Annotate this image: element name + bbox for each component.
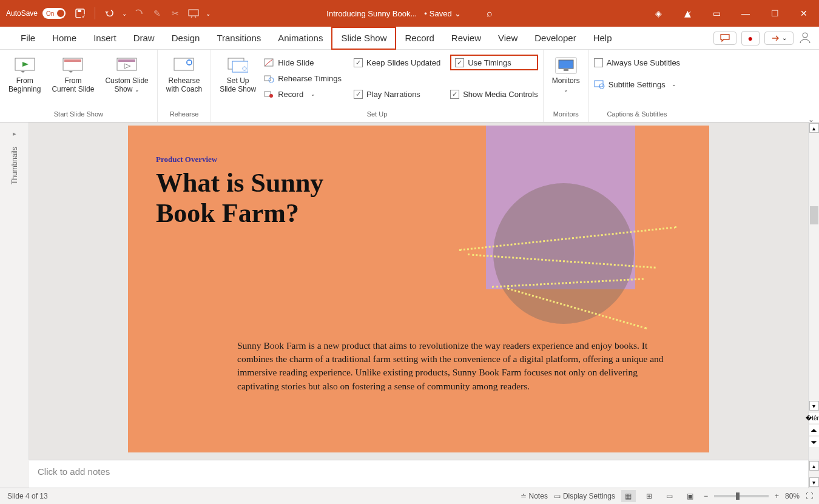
display-settings-button[interactable]: ▭Display Settings [554, 492, 615, 500]
play-narrations-checkbox[interactable]: Play Narrations [354, 86, 440, 102]
svg-rect-14 [232, 61, 248, 72]
title-center: Introducing Sunny Book... •Saved⌄ ⌕ [326, 8, 492, 19]
redo-icon[interactable] [133, 7, 145, 19]
svg-point-2 [81, 14, 86, 19]
record-button[interactable]: Record⌄ [263, 86, 342, 102]
undo-icon[interactable] [104, 7, 116, 19]
slide[interactable]: Product Overview What is Sunny Book Farm… [128, 126, 709, 452]
record-icon [263, 89, 274, 99]
tab-insert[interactable]: Insert [85, 27, 125, 50]
diamond-icon[interactable]: ◈ [649, 4, 667, 22]
hide-slide-icon [263, 57, 274, 68]
notes-pane[interactable]: Click to add notes [29, 460, 808, 488]
monitors-button[interactable]: Monitors⌄ [548, 55, 584, 96]
setup-slideshow-button[interactable]: Set Up Slide Show [216, 55, 260, 96]
display-settings-label: Display Settings [563, 492, 615, 500]
tab-transitions[interactable]: Transitions [208, 27, 269, 50]
notes-scroll-up-icon[interactable]: ▴ [809, 461, 819, 471]
group-captions: Always Use Subtitles Subtitle Settings⌄ … [589, 50, 685, 122]
svg-rect-1 [78, 10, 81, 12]
notes-toggle-button[interactable]: ≐Notes [521, 492, 548, 500]
keep-updated-checkbox[interactable]: Keep Slides Updated [354, 55, 440, 70]
tab-design[interactable]: Design [163, 27, 209, 50]
from-current-button[interactable]: From Current Slide [48, 55, 98, 96]
autosave-group: AutoSave On [6, 8, 66, 19]
use-timings-checkbox[interactable]: Use Timings [450, 55, 538, 70]
record-label: Record [278, 90, 303, 99]
zoom-in-button[interactable]: + [775, 492, 779, 500]
slide-canvas-wrap: Product Overview What is Sunny Book Farm… [29, 123, 808, 460]
notes-scrollbar[interactable]: ▴ ▾ [808, 460, 819, 488]
reading-view-icon[interactable]: ▭ [662, 490, 677, 502]
present-icon[interactable] [187, 7, 200, 19]
scroll-thumb[interactable] [810, 206, 818, 224]
check-icon [594, 58, 603, 67]
sorter-view-icon[interactable]: ⊞ [642, 490, 656, 502]
qat-tool2-icon[interactable]: ✂ [169, 7, 181, 19]
comments-button[interactable] [713, 32, 736, 45]
vertical-scrollbar[interactable]: ▴ ▾ �têm ⏶ ⏷ [808, 123, 819, 460]
play-narrations-label: Play Narrations [366, 90, 420, 99]
tab-animations[interactable]: Animations [269, 27, 331, 50]
display-icon: ▭ [554, 492, 561, 500]
subtitle-settings-label: Subtitle Settings [608, 80, 666, 89]
normal-view-icon[interactable]: ▦ [621, 490, 636, 502]
hide-slide-button[interactable]: Hide Slide [263, 55, 342, 70]
check-icon [354, 58, 363, 67]
scroll-up-icon[interactable]: ▴ [809, 123, 819, 133]
search-icon[interactable]: ⌕ [487, 8, 493, 19]
tab-draw[interactable]: Draw [125, 27, 163, 50]
slide-subheading: Product Overview [156, 155, 217, 164]
tab-view[interactable]: View [490, 27, 526, 50]
rehearse-timings-button[interactable]: Rehearse Timings [263, 70, 342, 86]
ribbon-display-icon[interactable]: ▭ [707, 4, 726, 22]
title-bar: AutoSave On ⌄ ✎ ✂ ⌄ Introducing Sunny Bo… [0, 0, 819, 27]
minimize-button[interactable]: — [736, 4, 755, 22]
expand-thumbnails-icon[interactable]: ▸ [13, 130, 16, 138]
autosave-label: AutoSave [6, 9, 38, 18]
thumbnails-rail[interactable]: ▸ Thumbnails [0, 123, 29, 460]
share-button[interactable]: ⌄ [764, 32, 794, 45]
user-avatar-icon[interactable] [798, 31, 813, 45]
close-button[interactable]: ✕ [795, 4, 813, 22]
fit-to-window-icon[interactable]: ⛶ [806, 492, 813, 500]
rehearse-timings-label: Rehearse Timings [278, 74, 342, 83]
slide-circle-shape [493, 183, 634, 324]
qat-tool1-icon[interactable]: ✎ [151, 7, 163, 19]
rehearse-coach-button[interactable]: Rehearse with Coach [163, 55, 206, 96]
save-icon[interactable] [74, 7, 86, 19]
tab-slideshow[interactable]: Slide Show [331, 27, 396, 50]
svg-rect-22 [559, 60, 573, 69]
tab-home[interactable]: Home [44, 27, 85, 50]
show-media-controls-checkbox[interactable]: Show Media Controls [450, 86, 538, 102]
prev-slide-icon[interactable]: ⏶ [809, 425, 819, 435]
from-beginning-button[interactable]: From Beginning [5, 55, 44, 96]
undo-dropdown-icon[interactable]: ⌄ [122, 10, 127, 17]
prev-slide-icon[interactable]: �têm [809, 413, 819, 423]
save-status-dropdown[interactable]: •Saved⌄ [424, 9, 460, 18]
brush-icon[interactable]: ▲̷ [678, 4, 696, 22]
scroll-down-icon[interactable]: ▾ [809, 401, 819, 411]
zoom-out-button[interactable]: − [704, 492, 708, 500]
tab-developer[interactable]: Developer [526, 27, 584, 50]
always-subtitles-checkbox[interactable]: Always Use Subtitles [594, 55, 680, 70]
tab-review[interactable]: Review [443, 27, 490, 50]
notes-scroll-down-icon[interactable]: ▾ [809, 477, 819, 487]
tab-record[interactable]: Record [396, 27, 442, 50]
zoom-handle[interactable] [736, 492, 740, 500]
qat-more-icon[interactable]: ⌄ [206, 10, 211, 17]
slideshow-view-icon[interactable]: ▣ [683, 490, 698, 502]
subtitle-settings-button[interactable]: Subtitle Settings⌄ [594, 76, 680, 92]
autosave-toggle[interactable]: On [42, 8, 66, 19]
custom-show-button[interactable]: Custom Slide Show ⌄ [101, 55, 152, 96]
zoom-slider[interactable] [714, 495, 769, 497]
record-indicator-button[interactable]: ● [741, 31, 760, 45]
toggle-dot [57, 10, 64, 17]
maximize-button[interactable]: ☐ [766, 4, 784, 22]
timings-icon [263, 73, 274, 84]
tab-help[interactable]: Help [585, 27, 621, 50]
group-monitors-label: Monitors [553, 110, 579, 118]
next-slide-icon[interactable]: ⏷ [809, 437, 819, 447]
tab-file[interactable]: File [12, 27, 44, 50]
zoom-percent[interactable]: 80% [785, 492, 800, 500]
